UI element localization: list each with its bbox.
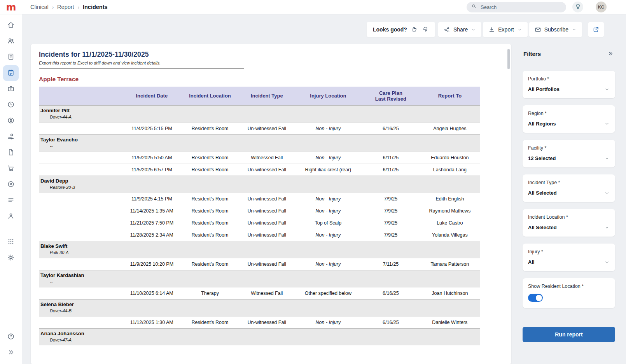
report-toolbar: Looks good? Share Export Subscr <box>22 14 626 37</box>
required-asterisk: * <box>545 111 547 116</box>
resident-group-row: Jennifer PittDover-44-A <box>39 105 480 122</box>
filter-select-portfolio[interactable]: All Portfolios <box>528 86 610 92</box>
export-button[interactable]: Export <box>483 22 527 37</box>
resident-group-cell: David DeppRestore-20-B <box>39 176 480 193</box>
filters-title: Filters <box>523 51 541 57</box>
cell-incident-date: 11/9/2025 4:15 PM <box>122 193 181 205</box>
breadcrumb: Clinical › Report › Incidents <box>30 4 108 10</box>
subscribe-button[interactable]: Subscribe <box>529 22 582 37</box>
sidebar-item-hand-coin[interactable] <box>3 129 19 145</box>
filter-label: Incident Location * <box>528 214 610 220</box>
cell-report-to: Eduardo Houston <box>420 152 480 164</box>
filter-label: Region * <box>528 111 610 116</box>
resident-name: Selena Bieber <box>40 301 480 307</box>
incident-row: 11/5/2025 5:50 AMResident's RoomWitnesse… <box>39 152 480 164</box>
filter-card-region: Region *All Regions <box>523 105 615 133</box>
search-input[interactable] <box>480 4 561 10</box>
sidebar-item-home[interactable] <box>3 17 19 33</box>
thumbs-down-icon <box>422 26 429 34</box>
cell-care-plan-last-revised: 7/9/25 <box>362 193 420 205</box>
scrollbar-thumb[interactable] <box>507 49 510 69</box>
filter-label: Incident Type * <box>528 180 610 185</box>
search-icon <box>471 3 477 10</box>
required-asterisk: * <box>582 284 584 289</box>
cell-care-plan-last-revised: 6/16/25 <box>362 287 420 299</box>
sidebar-item-list[interactable] <box>3 193 19 208</box>
sidebar-item-reports[interactable] <box>3 49 19 65</box>
incident-row: 11/10/2025 6:14 AMTherapyWitnessed FallO… <box>39 287 480 299</box>
sidebar-item-dollar[interactable] <box>3 113 19 129</box>
required-asterisk: * <box>566 214 568 220</box>
filters-panel: Filters Portfolio *All PortfoliosRegion … <box>517 44 626 364</box>
filter-card-portfolio: Portfolio *All Portfolios <box>523 71 615 98</box>
filter-toggle-show-resident-location[interactable] <box>528 294 543 302</box>
resident-group-cell: Taylor Evancho-- <box>39 134 480 152</box>
required-asterisk: * <box>547 76 549 82</box>
sidebar-item-briefcase[interactable] <box>3 81 19 97</box>
sidebar-item-document[interactable] <box>3 145 19 160</box>
open-in-new-button[interactable] <box>588 22 604 37</box>
thumbs-down-button[interactable] <box>422 26 429 34</box>
filter-label: Portfolio * <box>528 76 610 82</box>
sidebar-item-apps-grid[interactable] <box>3 234 19 250</box>
filter-card-injury: Injury *All <box>523 244 615 271</box>
breadcrumb-clinical[interactable]: Clinical <box>30 4 49 10</box>
chevrons-right-icon <box>607 51 614 57</box>
sidebar-item-user[interactable] <box>3 209 19 224</box>
tips-button[interactable] <box>572 2 583 12</box>
report-title: Incidents for 11/1/2025-11/30/2025 <box>39 51 244 59</box>
resident-name: Ariana Johansson <box>40 331 480 336</box>
thumbs-up-button[interactable] <box>411 26 418 34</box>
sidebar-nav <box>3 17 19 266</box>
filter-value: All Regions <box>528 121 556 127</box>
sidebar-item-compass[interactable] <box>3 177 19 192</box>
home-icon <box>7 21 15 30</box>
cell-incident-location: Resident's Room <box>181 217 239 229</box>
breadcrumb-report[interactable]: Report <box>57 4 74 10</box>
report-scrollbar[interactable] <box>507 49 510 360</box>
sidebar-item-clock[interactable] <box>3 97 19 113</box>
cell-injury-location: Non - Injury <box>295 258 362 270</box>
cell-injury-location: Non - Injury <box>295 205 362 217</box>
column-header-care-plan-last-revised: Care Plan Last Revised <box>362 87 420 105</box>
sidebar-item-census[interactable] <box>3 65 19 81</box>
share-button[interactable]: Share <box>438 22 481 37</box>
breadcrumb-separator-icon: › <box>52 4 54 10</box>
left-sidebar <box>0 14 22 364</box>
people-icon <box>7 37 15 46</box>
user-avatar[interactable]: KC <box>596 2 607 12</box>
row-indent-cell <box>39 217 122 229</box>
sidebar-item-people[interactable] <box>3 33 19 49</box>
cell-report-to: Lashonda Lang <box>420 164 480 176</box>
resident-name: David Depp <box>40 178 480 184</box>
cell-report-to: Joan Hutchinson <box>420 287 480 299</box>
resident-group-row: David DeppRestore-20-B <box>39 176 480 193</box>
cell-injury-location: Non - Injury <box>295 193 362 205</box>
incident-row: 11/21/2025 7:50 PMResident's RoomUn-witn… <box>39 217 480 229</box>
filter-select-region[interactable]: All Regions <box>528 121 610 127</box>
sidebar-item-expand[interactable] <box>3 346 19 360</box>
collapse-filters-button[interactable] <box>607 50 614 57</box>
filter-select-facility[interactable]: 12 Selected <box>528 155 610 161</box>
cell-injury-location: Top of Scalp <box>295 217 362 229</box>
cell-incident-location: Therapy <box>181 287 239 299</box>
row-indent-cell <box>39 122 122 134</box>
filter-label: Show Resident Location * <box>528 284 610 289</box>
breadcrumb-separator-icon: › <box>78 4 79 10</box>
download-icon <box>488 26 495 33</box>
sidebar-item-cart[interactable] <box>3 161 19 176</box>
search-box[interactable] <box>467 2 566 12</box>
filter-select-incident-type[interactable]: All Selected <box>528 190 610 196</box>
cell-injury-location: Non - Injury <box>295 152 362 164</box>
filter-card-incident-location: Incident Location *All Selected <box>523 209 615 237</box>
filter-value: 12 Selected <box>528 155 556 161</box>
run-report-button[interactable]: Run report <box>523 327 615 342</box>
filter-select-injury[interactable]: All <box>528 259 610 265</box>
sidebar-item-settings[interactable] <box>3 250 19 266</box>
filter-select-incident-location[interactable]: All Selected <box>528 225 610 230</box>
brand-logo[interactable]: m <box>0 2 22 12</box>
cell-incident-location: Resident's Room <box>181 205 239 217</box>
sidebar-item-help[interactable] <box>3 330 19 344</box>
row-indent-cell <box>39 205 122 217</box>
cell-report-to: Luke Castro <box>420 217 480 229</box>
